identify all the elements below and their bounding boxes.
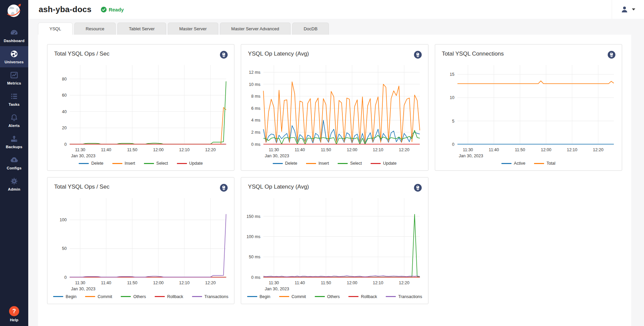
svg-text:12:20: 12:20 bbox=[593, 148, 603, 152]
sidebar-item-label: Universes bbox=[5, 60, 24, 64]
universe-title: ash-yba-docs bbox=[39, 5, 91, 14]
yugabyte-logo-icon[interactable] bbox=[5, 2, 23, 20]
svg-text:11:50: 11:50 bbox=[321, 148, 331, 152]
svg-text:Jan 30, 2023: Jan 30, 2023 bbox=[71, 154, 96, 158]
chart-title: YSQL Op Latency (Avg) bbox=[248, 184, 309, 190]
svg-text:12:00: 12:00 bbox=[347, 148, 357, 152]
legend-item-commit[interactable]: Commit bbox=[85, 294, 112, 299]
chart-card: YSQL Op Latency (Avg) 11:3011:4011:5012:… bbox=[241, 44, 428, 171]
admin-gear-icon bbox=[10, 177, 18, 186]
topbar: ash-yba-docs Ready bbox=[28, 0, 644, 19]
line-chart-plot: 11:3011:4011:5012:0012:1012:20Jan 30, 20… bbox=[440, 60, 617, 160]
legend-item-rollback[interactable]: Rollback bbox=[155, 294, 183, 299]
legend-item-delete[interactable]: Delete bbox=[79, 161, 103, 166]
sidebar-item-configs[interactable]: Configs bbox=[0, 152, 28, 173]
sidebar-item-label: Tasks bbox=[9, 102, 20, 106]
legend-label: Begin bbox=[66, 294, 76, 299]
svg-text:12:10: 12:10 bbox=[567, 148, 577, 152]
tab-tablet-server[interactable]: Tablet Server bbox=[117, 23, 166, 35]
tab-docdb[interactable]: DocDB bbox=[292, 23, 329, 35]
svg-text:12:10: 12:10 bbox=[373, 148, 383, 152]
legend-item-begin[interactable]: Begin bbox=[247, 294, 270, 299]
status-badge: Ready bbox=[101, 7, 124, 12]
chart-card: Total YSQL Ops / Sec 11:3011:4011:5012:0… bbox=[47, 177, 234, 304]
sidebar-item-tasks[interactable]: Tasks bbox=[0, 89, 28, 110]
sidebar-item-universes[interactable]: Universes bbox=[0, 46, 28, 67]
legend-item-update[interactable]: Update bbox=[371, 161, 396, 166]
svg-text:60: 60 bbox=[62, 93, 67, 98]
legend-color-line bbox=[279, 296, 289, 297]
svg-text:50 ms: 50 ms bbox=[249, 255, 260, 260]
legend-item-delete[interactable]: Delete bbox=[273, 161, 297, 166]
chart-card-header: YSQL Op Latency (Avg) bbox=[246, 48, 423, 60]
legend-label: Begin bbox=[260, 294, 270, 299]
prometheus-icon[interactable] bbox=[220, 184, 228, 192]
svg-text:12:20: 12:20 bbox=[399, 148, 409, 152]
svg-text:0 ms: 0 ms bbox=[251, 142, 260, 147]
svg-text:12:20: 12:20 bbox=[399, 281, 409, 286]
chart-card-header: Total YSQL Connections bbox=[440, 48, 617, 60]
sidebar-item-dashboard[interactable]: Dashboard bbox=[0, 25, 28, 46]
chart-title: YSQL Op Latency (Avg) bbox=[248, 51, 309, 57]
sidebar-item-admin[interactable]: Admin bbox=[0, 173, 28, 195]
legend-item-active[interactable]: Active bbox=[501, 161, 525, 166]
svg-text:11:30: 11:30 bbox=[75, 281, 85, 286]
svg-text:12:20: 12:20 bbox=[205, 281, 216, 286]
svg-text:Jan 30, 2023: Jan 30, 2023 bbox=[265, 154, 290, 158]
svg-text:11:50: 11:50 bbox=[127, 281, 137, 286]
svg-text:12:10: 12:10 bbox=[179, 281, 189, 286]
legend-color-line bbox=[306, 163, 316, 164]
legend-item-insert[interactable]: Insert bbox=[306, 161, 329, 166]
chart-legend: BeginCommitOthersRollbackTransactions bbox=[246, 294, 423, 300]
legend-item-transactions[interactable]: Transactions bbox=[386, 294, 422, 299]
tab-master-server[interactable]: Master Server bbox=[168, 23, 218, 35]
svg-text:2 ms: 2 ms bbox=[251, 130, 260, 135]
tab-resource[interactable]: Resource bbox=[74, 23, 116, 35]
legend-item-others[interactable]: Others bbox=[121, 294, 146, 299]
legend-label: Rollback bbox=[167, 294, 183, 299]
svg-text:Jan 30, 2023: Jan 30, 2023 bbox=[71, 287, 96, 292]
line-chart-plot: 11:3011:4011:5012:0012:1012:20Jan 30, 20… bbox=[246, 60, 423, 160]
user-menu[interactable] bbox=[612, 0, 644, 19]
legend-item-commit[interactable]: Commit bbox=[279, 294, 306, 299]
svg-text:40: 40 bbox=[62, 109, 67, 114]
svg-text:5: 5 bbox=[452, 119, 454, 124]
tab-master-server-advanced[interactable]: Master Server Advanced bbox=[220, 23, 291, 35]
legend-item-select[interactable]: Select bbox=[338, 161, 362, 166]
legend-item-others[interactable]: Others bbox=[315, 294, 340, 299]
svg-text:0: 0 bbox=[452, 142, 454, 147]
user-profile-icon bbox=[620, 5, 629, 14]
sidebar-item-metrics[interactable]: Metrics bbox=[0, 67, 28, 89]
status-label: Ready bbox=[109, 7, 124, 12]
chart-card-header: YSQL Op Latency (Avg) bbox=[246, 182, 423, 193]
line-chart-plot: 11:3011:4011:5012:0012:1012:20Jan 30, 20… bbox=[52, 60, 229, 160]
chart-card: Total YSQL Ops / Sec 11:3011:4011:5012:0… bbox=[47, 44, 234, 171]
prometheus-icon[interactable] bbox=[414, 51, 422, 59]
chart-legend: DeleteInsertSelectUpdate bbox=[52, 161, 229, 167]
legend-item-begin[interactable]: Begin bbox=[53, 294, 76, 299]
tab-ysql[interactable]: YSQL bbox=[38, 23, 73, 35]
svg-text:11:40: 11:40 bbox=[295, 148, 305, 152]
legend-item-total[interactable]: Total bbox=[534, 161, 555, 166]
legend-item-insert[interactable]: Insert bbox=[112, 161, 135, 166]
legend-item-rollback[interactable]: Rollback bbox=[348, 294, 377, 299]
prometheus-icon[interactable] bbox=[414, 184, 422, 192]
legend-item-select[interactable]: Select bbox=[144, 161, 168, 166]
sidebar-item-alerts[interactable]: Alerts bbox=[0, 110, 28, 131]
sidebar-item-backups[interactable]: Backups bbox=[0, 131, 28, 152]
sidebar-item-help[interactable]: ? Help bbox=[9, 306, 19, 322]
svg-text:11:30: 11:30 bbox=[463, 148, 473, 152]
prometheus-icon[interactable] bbox=[607, 51, 616, 59]
prometheus-icon[interactable] bbox=[220, 51, 228, 59]
legend-item-transactions[interactable]: Transactions bbox=[192, 294, 228, 299]
svg-text:100: 100 bbox=[60, 218, 67, 223]
svg-text:50: 50 bbox=[62, 247, 67, 251]
legend-label: Insert bbox=[125, 161, 135, 166]
sidebar-item-label: Admin bbox=[8, 187, 21, 191]
legend-item-update[interactable]: Update bbox=[177, 161, 203, 166]
svg-text:0: 0 bbox=[64, 142, 67, 147]
legend-color-line bbox=[144, 163, 154, 164]
legend-color-line bbox=[501, 163, 512, 164]
svg-text:150 ms: 150 ms bbox=[247, 214, 260, 219]
alerts-bell-icon bbox=[10, 113, 18, 122]
